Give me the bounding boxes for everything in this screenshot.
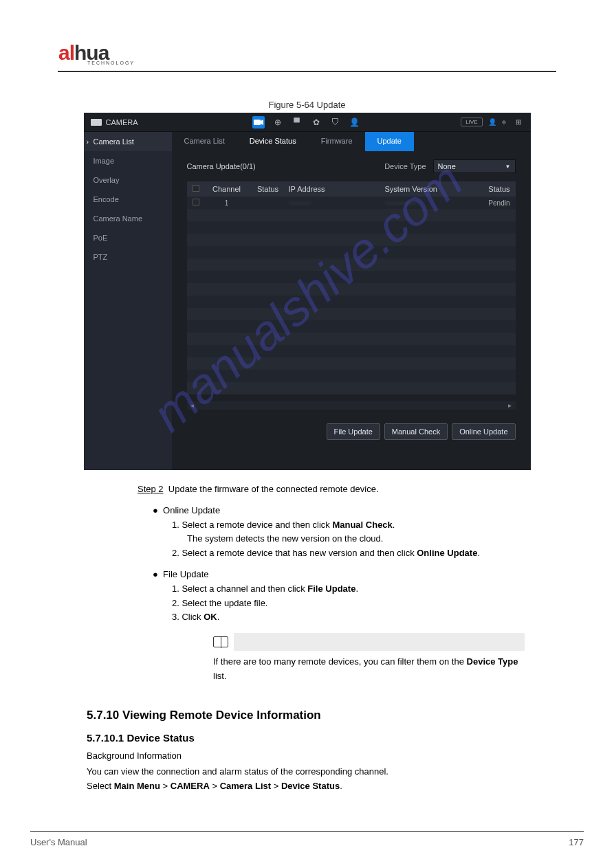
sidebar-item-poe[interactable]: PoE bbox=[84, 228, 172, 247]
background-info-body: You can view the connection and alarm st… bbox=[87, 765, 527, 794]
device-type-select[interactable]: None ▼ bbox=[433, 159, 516, 173]
table-row bbox=[187, 370, 516, 382]
tab-camera-list[interactable]: Camera List bbox=[172, 132, 237, 151]
figure-caption: Figure 5-64 Update bbox=[28, 100, 586, 110]
note-icon bbox=[213, 636, 228, 647]
nav-user-icon[interactable]: 👤 bbox=[349, 116, 361, 129]
cell-ip: ············ bbox=[289, 199, 358, 207]
background-info-heading: Background Information bbox=[87, 750, 586, 761]
brand-logo: alhua TECHNOLOGY bbox=[58, 41, 586, 65]
scroll-right-icon[interactable]: ► bbox=[507, 403, 513, 409]
nav-storage-icon[interactable]: ▀ bbox=[291, 116, 303, 129]
table-header: Channel Status IP Address System Version… bbox=[187, 181, 516, 197]
table-row bbox=[187, 234, 516, 246]
table-row bbox=[187, 357, 516, 370]
col-status: Status bbox=[248, 185, 289, 193]
grid-icon[interactable]: ⊞ bbox=[516, 118, 524, 126]
file-update-button[interactable]: File Update bbox=[327, 423, 380, 440]
table-row bbox=[187, 283, 516, 296]
user-icon[interactable]: 👤 bbox=[488, 118, 496, 126]
nav-shield-icon[interactable]: ⛉ bbox=[329, 116, 342, 129]
sidebar-item-image[interactable]: Image bbox=[84, 151, 172, 170]
sidebar: Camera List Image Overlay Encode Camera … bbox=[84, 132, 172, 470]
table-row bbox=[187, 296, 516, 308]
device-type-label: Device Type bbox=[384, 162, 426, 170]
nav-network-icon[interactable]: ⊕ bbox=[272, 116, 284, 129]
table-row bbox=[187, 258, 516, 271]
col-sysver: System Version bbox=[385, 185, 488, 193]
cell-status: Pendin bbox=[488, 199, 509, 207]
document-body: Step 2 Update the firmware of the connec… bbox=[138, 482, 525, 684]
cell-channel: 1 bbox=[206, 199, 248, 207]
manual-check-button[interactable]: Manual Check bbox=[384, 423, 448, 440]
topbar: CAMERA ⊕ ▀ ✿ ⛉ 👤 LIVE 👤 ⎆ ⊞ bbox=[84, 113, 531, 132]
sidebar-item-camera-list[interactable]: Camera List bbox=[84, 132, 172, 151]
table-row[interactable]: 1 ············ ················· Pendin bbox=[187, 197, 516, 209]
brand-subtext: TECHNOLOGY bbox=[87, 60, 586, 65]
tab-update[interactable]: Update bbox=[365, 132, 414, 151]
table-row bbox=[187, 209, 516, 221]
live-badge: LIVE bbox=[461, 118, 482, 126]
app-window: CAMERA ⊕ ▀ ✿ ⛉ 👤 LIVE 👤 ⎆ ⊞ bbox=[84, 113, 531, 470]
sidebar-item-ptz[interactable]: PTZ bbox=[84, 247, 172, 267]
col-ip: IP Address bbox=[289, 185, 358, 193]
note-text: If there are too many remote devices, yo… bbox=[213, 655, 525, 684]
cell-sysver: ················· bbox=[385, 199, 488, 207]
update-table: Channel Status IP Address System Version… bbox=[187, 181, 516, 410]
heading-5-7-10-1: 5.7.10.1 Device Status bbox=[87, 732, 586, 744]
select-all-checkbox[interactable] bbox=[193, 185, 199, 192]
camera-icon bbox=[91, 119, 102, 126]
table-row bbox=[187, 345, 516, 357]
topbar-title: CAMERA bbox=[106, 118, 138, 126]
header-divider bbox=[58, 71, 556, 72]
sidebar-item-camera-name[interactable]: Camera Name bbox=[84, 209, 172, 228]
svg-rect-0 bbox=[254, 120, 261, 125]
sidebar-item-overlay[interactable]: Overlay bbox=[84, 170, 172, 190]
device-type-value: None bbox=[438, 162, 456, 170]
chevron-down-icon: ▼ bbox=[505, 164, 511, 170]
nav-settings-icon[interactable]: ✿ bbox=[310, 116, 322, 129]
table-row bbox=[187, 221, 516, 234]
footer-right: 177 bbox=[569, 837, 584, 847]
tab-firmware[interactable]: Firmware bbox=[309, 132, 365, 151]
sidebar-item-encode[interactable]: Encode bbox=[84, 190, 172, 209]
heading-5-7-10: 5.7.10 Viewing Remote Device Information bbox=[87, 709, 586, 722]
scroll-left-icon[interactable]: ◄ bbox=[190, 403, 195, 409]
horizontal-scrollbar[interactable]: ◄ ► bbox=[187, 401, 516, 410]
page-footer: User's Manual 177 bbox=[30, 831, 584, 847]
note-block bbox=[213, 633, 525, 651]
table-row bbox=[187, 320, 516, 333]
table-row bbox=[187, 271, 516, 283]
row-checkbox[interactable] bbox=[193, 199, 199, 205]
online-update-button[interactable]: Online Update bbox=[452, 423, 515, 440]
step-label: Step 2 bbox=[138, 484, 164, 494]
table-row bbox=[187, 246, 516, 258]
tabs: Camera List Device Status Firmware Updat… bbox=[172, 132, 531, 151]
camera-update-label: Camera Update(0/1) bbox=[187, 162, 256, 170]
logout-icon[interactable]: ⎆ bbox=[502, 118, 510, 126]
footer-left: User's Manual bbox=[30, 837, 87, 847]
table-row bbox=[187, 382, 516, 394]
tab-device-status[interactable]: Device Status bbox=[237, 132, 309, 151]
col-status2: Status bbox=[488, 185, 509, 193]
table-row bbox=[187, 333, 516, 345]
col-channel: Channel bbox=[206, 185, 248, 193]
table-row bbox=[187, 308, 516, 320]
nav-camera-icon[interactable] bbox=[252, 116, 265, 129]
